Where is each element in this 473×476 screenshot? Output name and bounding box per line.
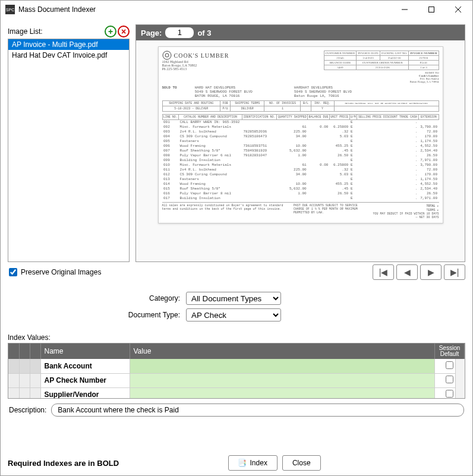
- next-page-button[interactable]: ▶: [420, 264, 442, 280]
- index-name-cell: Bank Account: [40, 359, 130, 373]
- doctype-label: Document Type:: [8, 311, 186, 319]
- index-values-grid: Name Value Session Default Bank AccountA…: [8, 343, 465, 399]
- preserve-original-checkbox[interactable]: [9, 268, 17, 276]
- table-row[interactable]: Supplier/Vendor: [8, 387, 465, 399]
- window-title: Mass Document Indexer: [18, 5, 391, 14]
- grid-col-session-default[interactable]: Session Default: [435, 343, 465, 359]
- svg-rect-1: [428, 7, 434, 12]
- minimize-button[interactable]: [391, 1, 418, 18]
- preserve-original-label: Preserve Original Images: [21, 268, 101, 276]
- index-value-cell[interactable]: [130, 359, 435, 373]
- index-name-cell: AP Check Number: [40, 373, 130, 387]
- index-button[interactable]: 📑 Index: [228, 455, 278, 471]
- svg-point-5: [165, 53, 169, 57]
- index-icon: 📑: [238, 459, 247, 467]
- page-number-input[interactable]: 1: [165, 27, 194, 38]
- add-image-button[interactable]: +: [105, 26, 116, 37]
- page-label: Page:: [141, 29, 162, 37]
- index-value-cell[interactable]: [130, 387, 435, 399]
- session-default-checkbox[interactable]: [446, 390, 453, 398]
- image-list-item[interactable]: AP Invoice - Multi Page.pdf: [8, 39, 129, 50]
- table-row[interactable]: Bank Account: [8, 359, 465, 373]
- grid-scrollbar[interactable]: [455, 359, 465, 398]
- remove-image-button[interactable]: ×: [118, 26, 130, 37]
- index-values-label: Index Values:: [8, 333, 465, 342]
- page-total: 3: [207, 29, 211, 37]
- session-default-checkbox[interactable]: [446, 376, 453, 383]
- maximize-button[interactable]: [418, 1, 444, 18]
- svg-point-4: [163, 51, 171, 59]
- index-name-cell: Supplier/Vendor: [40, 387, 130, 399]
- grid-col-value[interactable]: Value: [130, 343, 435, 359]
- session-default-checkbox[interactable]: [446, 361, 453, 369]
- prev-page-button[interactable]: ◀: [396, 264, 418, 280]
- grid-col-name[interactable]: Name: [40, 343, 130, 359]
- image-list[interactable]: AP Invoice - Multi Page.pdfHard Hat Dev …: [8, 39, 130, 262]
- last-page-button[interactable]: ▶|: [444, 264, 465, 280]
- image-list-item[interactable]: Hard Hat Dev CAT Invoice.pdf: [8, 50, 129, 61]
- category-select[interactable]: All Document Types: [186, 292, 281, 305]
- category-label: Category:: [8, 294, 186, 302]
- table-row[interactable]: AP Check Number: [8, 373, 465, 387]
- image-list-label: Image List:: [8, 27, 103, 36]
- app-icon: SPC: [5, 5, 15, 14]
- close-button[interactable]: Close: [282, 455, 321, 471]
- doctype-select[interactable]: AP Check: [186, 308, 281, 321]
- first-page-button[interactable]: |◀: [373, 264, 394, 280]
- required-note: Required Indexes are in BOLD: [8, 459, 119, 468]
- page-of-label: of: [197, 29, 204, 37]
- close-window-button[interactable]: [444, 1, 471, 18]
- document-preview[interactable]: COOK'S LUMBER1042 Highland RdBaton Rouge…: [136, 40, 465, 261]
- description-field: Bank Account where the check is Paid: [51, 404, 464, 417]
- description-label: Description:: [9, 406, 46, 414]
- index-value-cell[interactable]: [130, 373, 435, 387]
